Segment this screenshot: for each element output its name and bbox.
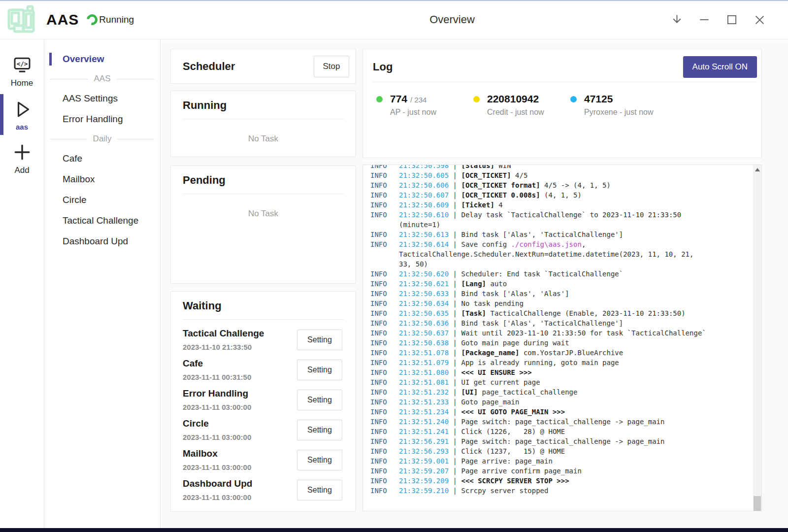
running-spinner-icon: [85, 12, 100, 28]
log-level: INFO: [370, 239, 399, 249]
stat-suffix: / 234: [410, 96, 427, 104]
log-message: [OCR_TICKET format] 4/5 -> (4, 1, 5): [461, 181, 610, 189]
log-line: INFO21:32:51.234 | <<< UI GOTO PAGE_MAIN…: [370, 407, 753, 417]
waiting-task-row: Error Handling 2023-11-11 03:00:00 Setti…: [178, 385, 349, 415]
log-separator: |: [449, 181, 461, 189]
log-level: INFO: [370, 269, 399, 279]
task-name: Mailbox: [183, 448, 251, 459]
log-level: INFO: [370, 427, 399, 436]
log-level: INFO: [370, 338, 399, 348]
log-message: [Lang] auto: [461, 280, 507, 288]
log-timestamp: 21:32:50.637: [399, 329, 449, 337]
log-separator: |: [449, 408, 461, 416]
log-line: INFO21:32:51.240 | Page switch: page_tac…: [370, 417, 753, 427]
log-timestamp: 21:32:51.240: [399, 418, 449, 426]
log-timestamp: 21:32:50.605: [399, 171, 449, 179]
waiting-panel: Waiting Tactical Challenge 2023-11-10 21…: [170, 291, 356, 512]
sidebar-item-label: Tactical Challenge: [63, 215, 138, 226]
sidebar-item-dashboard-upd[interactable]: Dashboard Upd: [44, 231, 160, 252]
log-separator: |: [449, 201, 461, 209]
log-level: INFO: [370, 446, 399, 456]
log-line: INFO21:32:50.637 | Wait until 2023-11-10…: [370, 328, 753, 338]
log-separator: |: [449, 231, 461, 238]
sidebar-item-cafe[interactable]: Cafe: [44, 148, 160, 169]
log-message: Page arrive confirm page_main: [461, 467, 581, 475]
auto-scroll-toggle-button[interactable]: Auto Scroll ON: [683, 56, 757, 78]
task-setting-button[interactable]: Setting: [297, 480, 342, 500]
log-timestamp: 21:32:56.291: [399, 437, 449, 445]
log-separator: |: [449, 191, 461, 199]
log-timestamp: 21:32:50.613: [399, 231, 449, 238]
log-separator: |: [449, 487, 461, 495]
sidebar-item-tactical-challenge[interactable]: Tactical Challenge: [44, 210, 160, 231]
sidebar-item-circle[interactable]: Circle: [44, 190, 160, 210]
scheduler-stop-button[interactable]: Stop: [314, 56, 349, 77]
task-setting-button[interactable]: Setting: [297, 420, 342, 440]
task-setting-button[interactable]: Setting: [297, 450, 342, 470]
waiting-task-row: Circle 2023-11-11 03:00:00 Setting: [178, 415, 349, 445]
waiting-task-row: Mailbox 2023-11-11 03:00:00 Setting: [178, 445, 349, 475]
log-separator: |: [449, 359, 461, 366]
log-line: INFO21:32:51.078 | [Package_name] com.Yo…: [370, 348, 753, 358]
rail-item-aas[interactable]: aas: [0, 93, 44, 136]
log-level: INFO: [370, 279, 399, 289]
maximize-button[interactable]: [718, 6, 746, 33]
log-level: INFO: [370, 377, 399, 387]
stat-dot-icon: [473, 96, 480, 102]
scrollbar-up-button[interactable]: [753, 165, 761, 174]
log-message: Bind task ['Alas', 'TacticalChallenge']: [461, 231, 623, 238]
minimize-button[interactable]: [690, 6, 718, 33]
log-level: INFO: [370, 318, 399, 328]
log-separator: |: [449, 477, 461, 485]
stat-dot-icon: [570, 96, 577, 102]
rail-item-add[interactable]: Add: [0, 136, 44, 180]
task-setting-button[interactable]: Setting: [297, 330, 342, 350]
task-name: Circle: [183, 418, 251, 429]
download-update-button[interactable]: [663, 6, 690, 33]
scrollbar-thumb[interactable]: [754, 496, 761, 511]
log-line: INFO21:32:50.609 | [Ticket] 4: [370, 200, 753, 210]
sidebar-item-mailbox[interactable]: Mailbox: [44, 169, 160, 190]
log-timestamp: 21:32:59.209: [399, 477, 449, 485]
rail-item-home[interactable]: </> Home: [0, 49, 44, 93]
divider: [373, 82, 757, 82]
close-button[interactable]: [746, 6, 773, 33]
log-timestamp: 21:32:59.207: [399, 467, 449, 475]
sidebar-item-overview[interactable]: Overview: [44, 49, 160, 69]
log-separator: |: [449, 309, 461, 317]
log-separator: |: [449, 165, 461, 169]
log-timestamp: 21:32:50.610: [399, 211, 449, 219]
log-console[interactable]: INFO21:32:50.598 | [Status] WININFO21:32…: [362, 165, 762, 511]
sidebar-item-aas-settings[interactable]: AAS Settings: [44, 88, 160, 109]
log-line: INFO21:32:50.633 | Bind task ['Alas', 'A…: [370, 289, 753, 299]
log-line: INFO21:32:51.079 | App is already runnin…: [370, 358, 753, 367]
scheduler-status: Running: [99, 14, 134, 25]
log-message: <<< SCRCPY SERVER STOP >>>: [461, 477, 569, 485]
log-timestamp: 21:32:50.607: [399, 191, 449, 199]
log-separator: |: [449, 171, 461, 179]
log-separator: |: [449, 418, 461, 426]
code-monitor-icon: </>: [12, 55, 33, 75]
log-message: <<< UI GOTO PAGE_MAIN >>>: [461, 408, 565, 416]
log-timestamp: 21:32:50.634: [399, 299, 449, 307]
log-separator: |: [449, 368, 461, 376]
log-line: INFO21:32:51.233 | Goto page_main: [370, 397, 753, 407]
plus-icon: [12, 142, 33, 163]
log-timestamp: 21:32:50.633: [399, 290, 449, 298]
rail-item-label: Home: [11, 78, 33, 88]
log-line: INFO21:32:50.613 | Bind task ['Alas', 'T…: [370, 230, 753, 239]
log-timestamp: 21:32:59.210: [399, 487, 449, 495]
log-level: INFO: [370, 328, 399, 338]
sidebar-item-error-handling[interactable]: Error Handling: [44, 109, 160, 130]
stat-value: 47125: [584, 93, 613, 104]
log-message: App is already running, goto main page: [461, 359, 619, 366]
log-scrollbar[interactable]: [753, 165, 761, 511]
log-separator: |: [449, 398, 461, 406]
dashboard-stats: 774/ 234 AP - just now 220810942 Credit …: [373, 93, 757, 117]
task-setting-button[interactable]: Setting: [297, 360, 342, 380]
log-message: Wait until 2023-11-10 21:33:50 for task …: [461, 329, 706, 337]
log-scroll-area: INFO21:32:50.598 | [Status] WININFO21:32…: [363, 165, 753, 511]
log-level: INFO: [370, 456, 399, 466]
task-setting-button[interactable]: Setting: [297, 390, 342, 410]
task-name: Tactical Challenge: [183, 328, 264, 339]
